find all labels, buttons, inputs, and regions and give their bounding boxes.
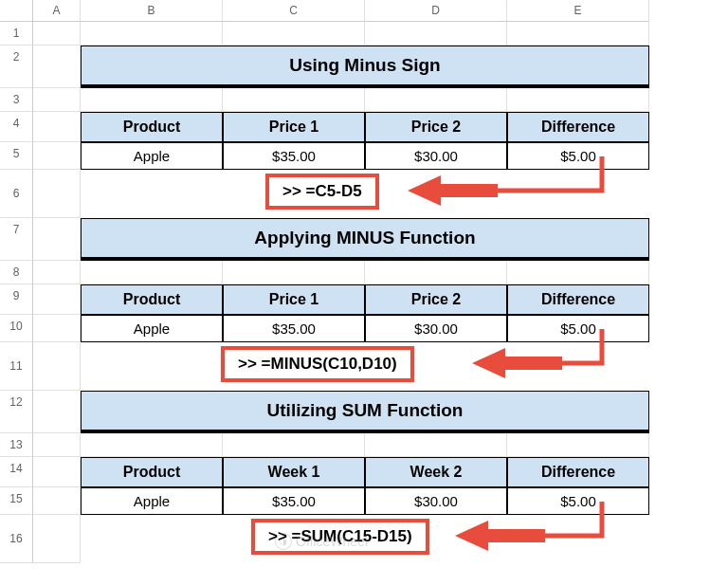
cell[interactable] xyxy=(33,22,81,46)
cell[interactable] xyxy=(33,433,81,457)
row-header-3[interactable]: 3 xyxy=(0,88,33,112)
formula-cell-1[interactable]: >> =C5-D5 xyxy=(81,170,649,218)
cell[interactable] xyxy=(365,433,507,457)
data-price1[interactable]: $35.00 xyxy=(223,142,365,170)
data-difference[interactable]: $5.00 xyxy=(507,315,649,342)
formula-callout-1: >> =C5-D5 xyxy=(265,174,379,210)
cell[interactable] xyxy=(223,433,365,457)
col-price1[interactable]: Price 1 xyxy=(223,112,365,142)
col-price2[interactable]: Price 2 xyxy=(365,112,507,142)
data-product[interactable]: Apple xyxy=(81,142,223,170)
cell[interactable] xyxy=(507,261,649,284)
cell[interactable] xyxy=(33,88,81,112)
col-difference[interactable]: Difference xyxy=(507,284,649,315)
cell[interactable] xyxy=(223,22,365,46)
cell[interactable] xyxy=(33,457,81,487)
watermark: ◑ OfficeWheel xyxy=(275,533,368,550)
row-header-7[interactable]: 7 xyxy=(0,218,33,261)
svg-marker-3 xyxy=(472,348,505,378)
cell[interactable] xyxy=(33,315,81,342)
col-header-b[interactable]: B xyxy=(81,0,223,22)
cell[interactable] xyxy=(33,391,81,433)
cell[interactable] xyxy=(507,22,649,46)
row-header-12[interactable]: 12 xyxy=(0,391,33,433)
row-header-1[interactable]: 1 xyxy=(0,22,33,46)
cell[interactable] xyxy=(81,22,223,46)
cell[interactable] xyxy=(33,112,81,142)
row-header-14[interactable]: 14 xyxy=(0,457,33,487)
cell[interactable] xyxy=(507,433,649,457)
cell[interactable] xyxy=(81,261,223,284)
row-header-2[interactable]: 2 xyxy=(0,46,33,88)
cell[interactable] xyxy=(33,487,81,515)
cell[interactable] xyxy=(33,342,81,391)
col-product[interactable]: Product xyxy=(81,284,223,315)
cell[interactable] xyxy=(365,22,507,46)
row-header-9[interactable]: 9 xyxy=(0,284,33,315)
data-difference[interactable]: $5.00 xyxy=(507,142,649,170)
col-header-e[interactable]: E xyxy=(507,0,649,22)
col-week2[interactable]: Week 2 xyxy=(365,457,507,487)
section2-title[interactable]: Applying MINUS Function xyxy=(81,218,649,261)
row-header-8[interactable]: 8 xyxy=(0,261,33,284)
col-header-d[interactable]: D xyxy=(365,0,507,22)
svg-rect-2 xyxy=(505,357,562,370)
row-header-13[interactable]: 13 xyxy=(0,433,33,457)
cell[interactable] xyxy=(33,515,81,563)
col-price1[interactable]: Price 1 xyxy=(223,284,365,315)
row-header-5[interactable]: 5 xyxy=(0,142,33,170)
cell[interactable] xyxy=(33,46,81,88)
cell[interactable] xyxy=(33,170,81,218)
data-product[interactable]: Apple xyxy=(81,315,223,342)
col-header-a[interactable]: A xyxy=(33,0,81,22)
data-product[interactable]: Apple xyxy=(81,487,223,515)
watermark-text: OfficeWheel xyxy=(296,534,368,549)
col-product[interactable]: Product xyxy=(81,112,223,142)
col-header-c[interactable]: C xyxy=(223,0,365,22)
svg-rect-0 xyxy=(441,184,498,197)
cell[interactable] xyxy=(223,261,365,284)
data-price2[interactable]: $30.00 xyxy=(365,142,507,170)
cell[interactable] xyxy=(33,261,81,284)
row-header-16[interactable]: 16 xyxy=(0,515,33,563)
col-difference[interactable]: Difference xyxy=(507,112,649,142)
spreadsheet-grid: A B C D E 1 2 Using Minus Sign 3 4 Produ… xyxy=(0,0,728,563)
col-week1[interactable]: Week 1 xyxy=(223,457,365,487)
col-product[interactable]: Product xyxy=(81,457,223,487)
cell[interactable] xyxy=(223,88,365,112)
section1-title[interactable]: Using Minus Sign xyxy=(81,46,649,88)
svg-rect-4 xyxy=(488,529,545,542)
section3-title[interactable]: Utilizing SUM Function xyxy=(81,391,649,433)
cell[interactable] xyxy=(365,88,507,112)
cell[interactable] xyxy=(507,88,649,112)
row-header-4[interactable]: 4 xyxy=(0,112,33,142)
cell[interactable] xyxy=(33,142,81,170)
row-header-6[interactable]: 6 xyxy=(0,170,33,218)
data-difference[interactable]: $5.00 xyxy=(507,487,649,515)
data-week2[interactable]: $30.00 xyxy=(365,487,507,515)
row-header-10[interactable]: 10 xyxy=(0,315,33,342)
row-header-15[interactable]: 15 xyxy=(0,487,33,515)
svg-marker-1 xyxy=(408,175,441,206)
cell[interactable] xyxy=(81,433,223,457)
col-difference[interactable]: Difference xyxy=(507,457,649,487)
col-price2[interactable]: Price 2 xyxy=(365,284,507,315)
data-week1[interactable]: $35.00 xyxy=(223,487,365,515)
watermark-icon: ◑ xyxy=(275,533,292,550)
svg-marker-5 xyxy=(455,521,488,551)
data-price2[interactable]: $30.00 xyxy=(365,315,507,342)
cell[interactable] xyxy=(33,284,81,315)
formula-cell-2[interactable]: >> =MINUS(C10,D10) xyxy=(81,342,649,391)
corner-cell[interactable] xyxy=(0,0,33,22)
cell[interactable] xyxy=(33,218,81,261)
formula-callout-2: >> =MINUS(C10,D10) xyxy=(221,346,414,382)
row-header-11[interactable]: 11 xyxy=(0,342,33,391)
cell[interactable] xyxy=(365,261,507,284)
cell[interactable] xyxy=(81,88,223,112)
data-price1[interactable]: $35.00 xyxy=(223,315,365,342)
